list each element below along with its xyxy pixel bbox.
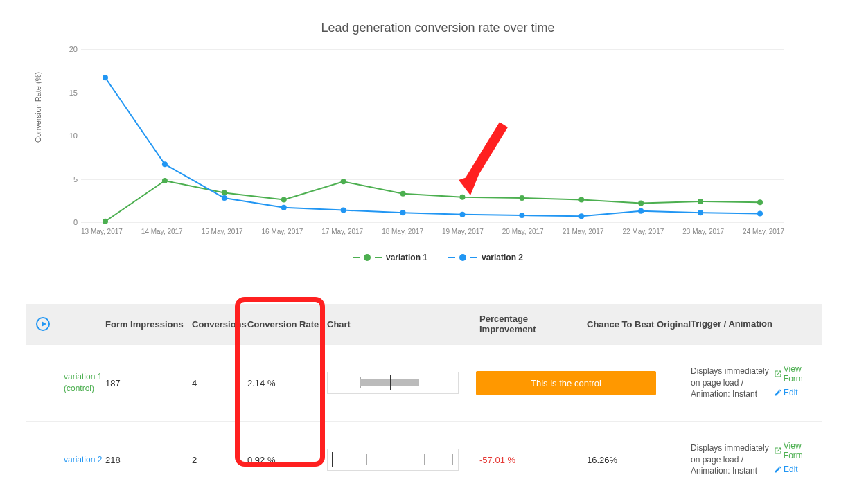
svg-point-13	[162, 161, 168, 167]
y-tick: 0	[60, 218, 78, 226]
view-form-link[interactable]: View Form	[774, 441, 822, 460]
table-row: variation 2 218 2 0.92 % -57.01 % 16.26%…	[26, 421, 822, 498]
edit-link[interactable]: Edit	[774, 388, 822, 397]
svg-point-6	[459, 195, 465, 200]
header-trigger: Trigger / Animation	[691, 318, 774, 330]
cell-chance-to-beat: 16.26%	[587, 455, 691, 465]
svg-point-12	[103, 75, 108, 80]
x-tick-label: 21 May, 2017	[563, 228, 604, 235]
external-link-icon	[774, 447, 782, 455]
chart-area: Lead generation conversion rate over tim…	[26, 14, 822, 276]
svg-point-23	[757, 211, 763, 217]
circle-icon	[459, 254, 466, 261]
x-axis-labels: 13 May, 201714 May, 201715 May, 201716 M…	[81, 228, 784, 235]
x-tick-label: 19 May, 2017	[442, 228, 484, 235]
view-form-link[interactable]: View Form	[774, 364, 822, 384]
variation-name[interactable]: variation 2	[64, 455, 102, 465]
svg-point-17	[400, 210, 406, 215]
edit-link[interactable]: Edit	[774, 465, 822, 474]
results-table: Form Impressions Conversions Conversion …	[26, 304, 822, 498]
svg-point-18	[459, 212, 465, 217]
x-tick-label: 15 May, 2017	[202, 228, 243, 235]
chart-title: Lead generation conversion rate over tim…	[67, 21, 809, 35]
x-tick-label: 22 May, 2017	[622, 228, 664, 235]
table-row: variation 1 (control) 187 4 2.14 % This …	[26, 344, 822, 421]
cell-conversions: 4	[192, 378, 247, 388]
chart-plot[interactable]: 20 15 10 5 0	[81, 49, 784, 222]
variation-name[interactable]: variation 1 (control)	[64, 372, 102, 393]
control-badge: This is the control	[476, 371, 656, 395]
x-tick-label: 20 May, 2017	[502, 228, 544, 235]
cell-trigger: Displays immediately on page load / Anim…	[691, 366, 774, 400]
play-icon[interactable]	[36, 317, 50, 331]
svg-point-5	[400, 191, 406, 197]
x-tick-label: 17 May, 2017	[321, 228, 363, 235]
cell-conversions: 2	[192, 455, 247, 465]
y-tick: 15	[60, 89, 78, 97]
chart-legend: variation 1 variation 2	[67, 253, 809, 262]
svg-point-3	[281, 197, 287, 203]
x-tick-label: 13 May, 2017	[81, 228, 123, 235]
x-tick-label: 18 May, 2017	[382, 228, 423, 235]
x-tick-label: 16 May, 2017	[261, 228, 303, 235]
table-header-row: Form Impressions Conversions Conversion …	[26, 304, 822, 344]
svg-point-14	[222, 195, 227, 201]
cell-impressions: 218	[105, 455, 192, 465]
svg-point-2	[222, 190, 227, 196]
cell-conversion-rate: 0.92 %	[247, 455, 327, 465]
svg-point-19	[519, 213, 524, 218]
external-link-icon	[774, 370, 782, 378]
chart-lines	[81, 49, 784, 222]
y-tick: 20	[60, 45, 78, 53]
cell-impressions: 187	[105, 378, 192, 388]
legend-item-variation-2[interactable]: variation 2	[448, 253, 523, 262]
edit-icon	[774, 388, 782, 397]
cell-trigger: Displays immediately on page load / Anim…	[691, 442, 774, 477]
header-chance-to-beat: Chance To Beat Original	[587, 319, 691, 330]
svg-point-15	[281, 205, 287, 210]
circle-icon	[364, 254, 371, 261]
edit-icon	[774, 465, 782, 474]
mini-chart	[327, 449, 459, 471]
svg-point-11	[757, 199, 763, 205]
x-tick-label: 24 May, 2017	[743, 228, 784, 235]
svg-point-1	[162, 178, 168, 183]
mini-chart	[327, 372, 459, 394]
legend-item-variation-1[interactable]: variation 1	[353, 253, 427, 262]
cell-percentage-improvement: -57.01 %	[479, 455, 587, 465]
svg-point-7	[519, 195, 524, 201]
header-percentage-improvement: Percentage Improvement	[479, 314, 587, 334]
header-chart: Chart	[327, 319, 479, 330]
x-tick-label: 14 May, 2017	[141, 228, 183, 235]
svg-point-22	[698, 210, 703, 215]
header-impressions: Form Impressions	[105, 319, 192, 330]
y-axis-label: Conversion Rate (%)	[34, 72, 42, 143]
svg-point-4	[341, 179, 346, 184]
svg-point-21	[638, 208, 644, 214]
header-conversion-rate: Conversion Rate	[247, 319, 327, 330]
y-tick: 5	[60, 175, 78, 183]
header-conversions: Conversions	[192, 319, 247, 330]
svg-point-9	[638, 201, 644, 206]
svg-point-20	[578, 213, 584, 219]
svg-point-16	[341, 208, 346, 213]
y-tick: 10	[60, 132, 78, 140]
svg-point-10	[698, 199, 703, 204]
svg-point-0	[103, 219, 108, 224]
cell-conversion-rate: 2.14 %	[247, 378, 327, 388]
svg-point-8	[578, 197, 584, 203]
x-tick-label: 23 May, 2017	[682, 228, 724, 235]
